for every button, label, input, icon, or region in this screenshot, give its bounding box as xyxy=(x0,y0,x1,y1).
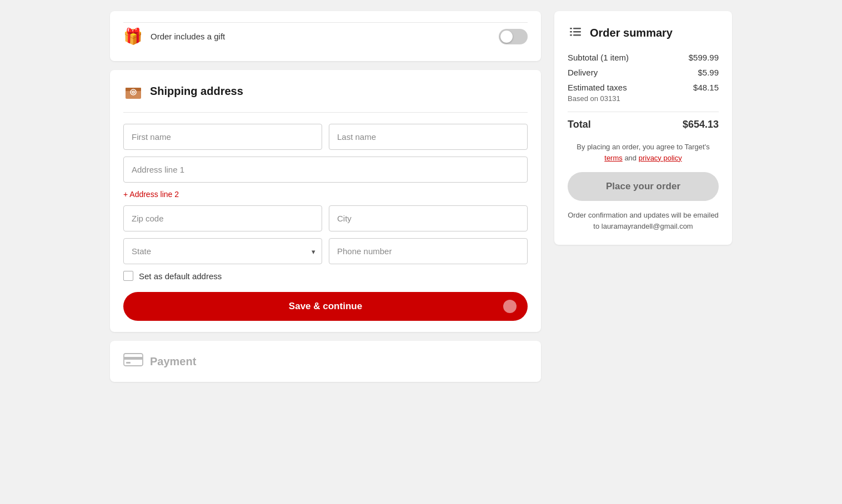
order-summary-title: Order summary xyxy=(590,27,673,39)
terms-link[interactable]: terms xyxy=(604,154,623,162)
gift-left: 🎁 Order includes a gift xyxy=(123,27,225,46)
payment-card: Payment xyxy=(110,341,541,382)
delivery-line: Delivery $5.99 xyxy=(568,68,719,77)
subtotal-line: Subtotal (1 item) $599.99 xyxy=(568,53,719,62)
city-field xyxy=(329,205,528,231)
save-continue-label: Save & continue xyxy=(289,301,362,312)
total-line: Total $654.13 xyxy=(568,119,719,130)
payment-title: Payment xyxy=(150,355,196,368)
address1-field xyxy=(123,157,528,183)
gift-icon: 🎁 xyxy=(123,27,143,46)
svg-rect-8 xyxy=(573,28,581,29)
toggle-track xyxy=(499,29,528,44)
first-name-input[interactable] xyxy=(123,124,322,150)
default-address-label: Set as default address xyxy=(139,271,222,281)
default-address-row: Set as default address xyxy=(123,271,528,281)
order-list-icon-svg xyxy=(568,24,583,40)
agree-text: By placing an order, you agree to Target… xyxy=(568,142,719,163)
delivery-value: $5.99 xyxy=(698,68,719,77)
email-confirm: Order confirmation and updates will be e… xyxy=(568,210,719,231)
address1-input[interactable] xyxy=(123,157,528,183)
name-row xyxy=(123,124,528,150)
gift-toggle[interactable] xyxy=(499,29,528,44)
zip-input[interactable] xyxy=(123,205,322,231)
subtotal-label: Subtotal (1 item) xyxy=(568,53,629,62)
subtotal-value: $599.99 xyxy=(689,53,719,62)
zip-city-row xyxy=(123,205,528,231)
gift-card: 🎁 Order includes a gift xyxy=(110,11,541,61)
svg-rect-9 xyxy=(573,31,581,33)
payment-header: Payment xyxy=(123,352,528,371)
order-divider xyxy=(568,112,719,112)
shipping-icon xyxy=(123,81,143,101)
svg-rect-11 xyxy=(570,28,572,29)
svg-point-4 xyxy=(133,92,134,93)
state-select[interactable]: State Alabama Alaska Arizona California … xyxy=(123,238,322,264)
svg-rect-6 xyxy=(124,357,143,360)
shipping-address-card: Shipping address + Address line 2 xyxy=(110,70,541,332)
tax-note: Based on 03131 xyxy=(568,94,719,103)
place-order-button[interactable]: Place your order xyxy=(568,172,719,201)
total-value: $654.13 xyxy=(683,119,719,130)
shipping-divider xyxy=(123,112,528,113)
order-summary-card: Order summary Subtotal (1 item) $599.99 … xyxy=(554,11,732,245)
save-continue-button[interactable]: Save & continue xyxy=(123,292,528,321)
svg-rect-13 xyxy=(570,34,572,36)
order-summary-header: Order summary xyxy=(568,24,719,42)
privacy-link[interactable]: privacy policy xyxy=(639,154,682,162)
first-name-field xyxy=(123,124,322,150)
taxes-line: Estimated taxes $48.15 xyxy=(568,83,719,92)
email-address: lauramayrandell@gmail.com xyxy=(602,222,693,230)
gift-label: Order includes a gift xyxy=(151,32,225,41)
add-address2-link[interactable]: + Address line 2 xyxy=(123,190,179,199)
total-label: Total xyxy=(568,119,591,130)
svg-rect-10 xyxy=(573,34,581,36)
last-name-input[interactable] xyxy=(329,124,528,150)
svg-rect-7 xyxy=(126,362,131,364)
zip-field xyxy=(123,205,322,231)
order-summary-icon xyxy=(568,24,583,42)
state-field: State Alabama Alaska Arizona California … xyxy=(123,238,322,264)
shipping-header: Shipping address xyxy=(123,81,528,101)
shipping-icon-svg xyxy=(123,81,143,101)
payment-icon xyxy=(123,352,143,371)
shipping-title: Shipping address xyxy=(150,85,243,98)
delivery-label: Delivery xyxy=(568,68,598,77)
city-input[interactable] xyxy=(329,205,528,231)
last-name-field xyxy=(329,124,528,150)
svg-rect-12 xyxy=(570,31,572,33)
toggle-thumb xyxy=(500,31,513,43)
gift-row: 🎁 Order includes a gift xyxy=(123,22,528,50)
save-spinner xyxy=(503,300,517,313)
credit-card-icon-svg xyxy=(123,352,143,367)
phone-field xyxy=(329,238,528,264)
default-address-checkbox[interactable] xyxy=(123,271,133,281)
taxes-value: $48.15 xyxy=(693,83,719,92)
address1-row xyxy=(123,157,528,183)
agree-mid: and xyxy=(623,154,639,162)
left-column: 🎁 Order includes a gift xyxy=(110,11,541,382)
agree-pre: By placing an order, you agree to Target… xyxy=(577,143,709,151)
taxes-label: Estimated taxes xyxy=(568,83,627,92)
phone-input[interactable] xyxy=(329,238,528,264)
right-column: Order summary Subtotal (1 item) $599.99 … xyxy=(554,11,732,245)
state-phone-row: State Alabama Alaska Arizona California … xyxy=(123,238,528,264)
